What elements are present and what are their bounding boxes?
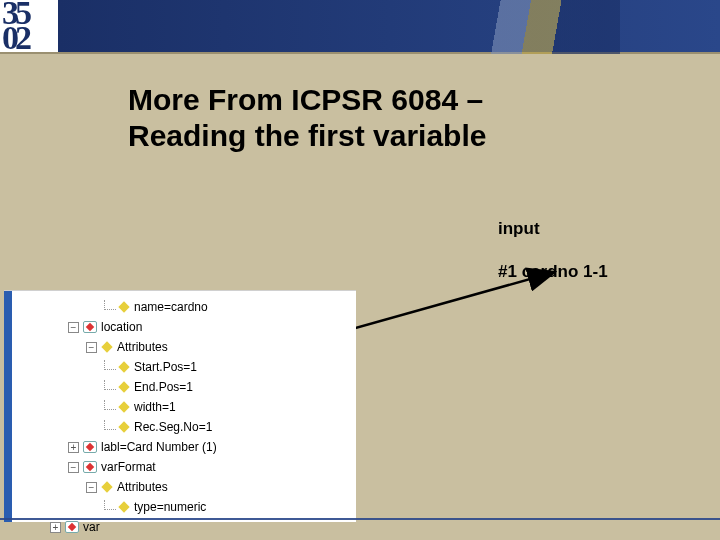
tree-node[interactable]: − Attributes: [86, 477, 217, 497]
attribute-icon: [118, 401, 129, 412]
node-label: Attributes: [117, 340, 168, 354]
node-label: Start.Pos=1: [134, 360, 197, 374]
attribute-icon: [101, 341, 112, 352]
tree-node[interactable]: − varFormat: [68, 457, 217, 477]
tree-leaf[interactable]: name=cardno: [104, 297, 217, 317]
attribute-icon: [118, 421, 129, 432]
attribute-icon: [118, 381, 129, 392]
expand-icon[interactable]: +: [50, 522, 61, 533]
element-icon: [83, 441, 97, 453]
tree-node[interactable]: + labl=Card Number (1): [68, 437, 217, 457]
tree-line: [104, 300, 116, 310]
node-label: End.Pos=1: [134, 380, 193, 394]
logo: 35 02: [2, 0, 58, 48]
xml-tree-panel: name=cardno − location − Attributes Star…: [4, 290, 356, 522]
attribute-icon: [101, 481, 112, 492]
tree-node[interactable]: + var: [50, 517, 217, 537]
expand-icon[interactable]: +: [68, 442, 79, 453]
footer-rule: [0, 518, 720, 520]
element-icon: [65, 521, 79, 533]
header-bar: 35 02: [0, 0, 720, 54]
scroll-edge: [4, 291, 12, 522]
node-label: Rec.Seg.No=1: [134, 420, 212, 434]
attribute-icon: [118, 361, 129, 372]
ribbon-accent: [460, 0, 620, 54]
attribute-icon: [118, 301, 129, 312]
node-label: Attributes: [117, 480, 168, 494]
collapse-icon[interactable]: −: [86, 342, 97, 353]
node-label: varFormat: [101, 460, 156, 474]
tree-node[interactable]: − location: [68, 317, 217, 337]
element-icon: [83, 321, 97, 333]
tree-line: [104, 500, 116, 510]
tree-leaf[interactable]: type=numeric: [104, 497, 217, 517]
tree-line: [104, 400, 116, 410]
tree-leaf[interactable]: End.Pos=1: [104, 377, 217, 397]
node-label: location: [101, 320, 142, 334]
title-line-1: More From ICPSR 6084 –: [128, 83, 483, 116]
collapse-icon[interactable]: −: [68, 462, 79, 473]
element-icon: [83, 461, 97, 473]
tree-leaf[interactable]: Rec.Seg.No=1: [104, 417, 217, 437]
node-label: name=cardno: [134, 300, 208, 314]
node-label: var: [83, 520, 100, 534]
title-line-2: Reading the first variable: [128, 119, 486, 152]
node-label: width=1: [134, 400, 176, 414]
node-label: labl=Card Number (1): [101, 440, 217, 454]
node-label: type=numeric: [134, 500, 206, 514]
tree-node[interactable]: − Attributes: [86, 337, 217, 357]
collapse-icon[interactable]: −: [86, 482, 97, 493]
xml-tree: name=cardno − location − Attributes Star…: [32, 297, 217, 537]
logo-bottom: 02: [2, 26, 58, 50]
slide-title: More From ICPSR 6084 – Reading the first…: [128, 82, 648, 154]
tree-leaf[interactable]: width=1: [104, 397, 217, 417]
tree-leaf[interactable]: Start.Pos=1: [104, 357, 217, 377]
collapse-icon[interactable]: −: [68, 322, 79, 333]
tree-line: [104, 380, 116, 390]
label-input: input: [498, 219, 540, 239]
tree-line: [104, 420, 116, 430]
tree-line: [104, 360, 116, 370]
attribute-icon: [118, 501, 129, 512]
